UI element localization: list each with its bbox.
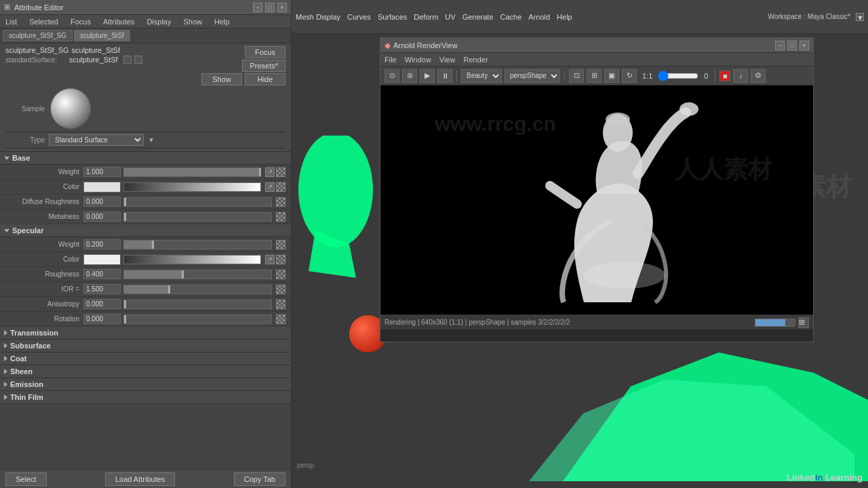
attr-base-weight-value[interactable]: 1.000	[83, 167, 121, 177]
attr-base-color-swatch[interactable]	[83, 182, 121, 192]
rv-close-button[interactable]: ×	[800, 41, 809, 50]
attr-spec-color-swatch[interactable]	[83, 254, 121, 265]
attr-base-color-checker-icon[interactable]	[276, 182, 285, 192]
copy-tab-button[interactable]: Copy Tab	[234, 472, 285, 486]
attr-spec-color-link-icon[interactable]: ↗	[265, 255, 275, 264]
minimize-button[interactable]: −	[253, 3, 262, 12]
section-coat-header[interactable]: Coat	[0, 352, 291, 365]
rv-tool-3[interactable]: ▶	[420, 69, 435, 83]
attr-spec-weight-slider[interactable]	[123, 240, 272, 249]
maya-menu-deform[interactable]: Deform	[414, 13, 438, 21]
attr-roughness-checker-icon[interactable]	[276, 270, 285, 279]
section-specular-header[interactable]: Specular	[0, 224, 291, 237]
section-emission-header[interactable]: Emission	[0, 378, 291, 391]
show-button[interactable]: Show	[201, 73, 242, 85]
maya-menu-help[interactable]: Help	[557, 13, 572, 21]
attr-rotation-slider[interactable]	[123, 314, 272, 324]
section-transmission-header[interactable]: Transmission	[0, 327, 291, 340]
attr-spec-weight-value[interactable]: 0.200	[83, 239, 121, 249]
attr-spec-weight-checker-icon[interactable]	[276, 240, 285, 249]
attr-rotation-checker-icon[interactable]	[276, 314, 285, 324]
rv-tool-6[interactable]: ⊞	[587, 69, 601, 83]
attr-metalness-slider[interactable]	[123, 212, 272, 222]
maya-menu-cache[interactable]: Cache	[500, 13, 522, 21]
rv-menu-file[interactable]: File	[384, 56, 397, 64]
rv-tool-1[interactable]: ⊙	[384, 69, 399, 83]
attr-base-color-link-icon[interactable]: ↗	[265, 182, 275, 192]
tab-sculpture-sg[interactable]: sculpture_StSf_SG	[3, 30, 73, 41]
maximize-button[interactable]: □	[265, 3, 275, 12]
attr-anisotropy-checker-icon[interactable]	[276, 300, 285, 309]
attr-spec-color-slider[interactable]	[123, 255, 261, 264]
attr-ior-slider[interactable]	[123, 285, 272, 294]
menu-display[interactable]: Display	[144, 18, 174, 26]
rv-progress-icon[interactable]: ⊞	[798, 317, 809, 328]
attr-roughness-label: Roughness	[5, 270, 83, 278]
presets-button[interactable]: Presets*	[242, 60, 285, 72]
load-attributes-button[interactable]: Load Attributes	[105, 472, 175, 486]
menu-attributes[interactable]: Attributes	[100, 18, 137, 26]
attr-diffuse-roughness-slider[interactable]	[123, 197, 272, 207]
maya-menu-generate[interactable]: Generate	[462, 13, 494, 21]
rv-tool-5[interactable]: ⊡	[569, 69, 584, 83]
checkbox2[interactable]	[134, 56, 142, 64]
maya-menu-arnold[interactable]: Arnold	[528, 13, 550, 21]
attr-diffuse-roughness-value[interactable]: 0.000	[83, 197, 121, 207]
rv-tool-7[interactable]: ▣	[604, 69, 619, 83]
menu-focus[interactable]: Focus	[68, 18, 94, 26]
menu-selected[interactable]: Selected	[26, 18, 61, 26]
hide-button[interactable]: Hide	[245, 73, 285, 85]
attr-spec-color-row: Color ↗	[0, 252, 291, 267]
attr-base-weight-checker-icon[interactable]	[276, 167, 285, 177]
tab-sculpture-stsf[interactable]: sculpture_StSf	[74, 30, 130, 41]
rv-minimize-button[interactable]: −	[775, 41, 785, 50]
attr-base-weight-link-icon[interactable]: ↗	[265, 167, 275, 177]
rv-menu-render[interactable]: Render	[464, 56, 488, 64]
attr-metalness-checker-icon[interactable]	[276, 212, 285, 222]
rv-maximize-button[interactable]: □	[787, 41, 797, 50]
rv-tool-2[interactable]: ⊚	[402, 69, 417, 83]
maya-menu-uv[interactable]: UV	[445, 13, 455, 21]
maya-menu-surfaces[interactable]: Surfaces	[378, 13, 407, 21]
type-select[interactable]: Standard Surface	[49, 134, 144, 146]
attr-base-color-slider[interactable]	[123, 182, 261, 192]
attr-diffuse-roughness-checker-icon[interactable]	[276, 197, 285, 207]
section-thinfilm-header[interactable]: Thin Film	[0, 391, 291, 404]
attr-anisotropy-slider[interactable]	[123, 300, 272, 309]
type-dropdown-icon[interactable]: ▼	[148, 136, 155, 144]
checkbox1[interactable]	[123, 56, 132, 64]
focus-button[interactable]: Focus	[245, 46, 285, 58]
rv-stop-button[interactable]: ■	[719, 70, 730, 81]
rv-settings-button[interactable]: ⚙	[751, 69, 766, 83]
menu-help[interactable]: Help	[212, 18, 233, 26]
rv-exposure-slider[interactable]	[658, 72, 698, 80]
section-subsurface-header[interactable]: Subsurface	[0, 340, 291, 352]
rv-menu-view[interactable]: View	[439, 56, 456, 64]
attribute-scroll-area[interactable]: Base Weight 1.000 ↗ Color ↗	[0, 152, 291, 469]
attr-ior-checker-icon[interactable]	[276, 285, 285, 294]
attr-base-weight-slider[interactable]	[123, 167, 261, 177]
rv-tool-8[interactable]: ↻	[622, 69, 637, 83]
section-base-header[interactable]: Base	[0, 152, 291, 165]
linkedin-learning: Learning	[825, 472, 863, 483]
attr-metalness-value[interactable]: 0.000	[83, 211, 121, 222]
rv-audio-button[interactable]: ♪	[733, 69, 748, 83]
menu-list[interactable]: List	[3, 18, 20, 26]
attr-ior-value[interactable]: 1.500	[83, 284, 121, 294]
maya-menu-curves[interactable]: Curves	[347, 13, 371, 21]
close-button[interactable]: ×	[277, 3, 287, 12]
rv-tool-4[interactable]: ⏸	[437, 69, 452, 83]
rv-beauty-select[interactable]: Beauty	[461, 69, 502, 83]
attr-spec-color-checker-icon[interactable]	[276, 255, 285, 264]
rv-menu-window[interactable]: Window	[405, 56, 431, 64]
attr-anisotropy-value[interactable]: 0.000	[83, 299, 121, 309]
section-sheen-header[interactable]: Sheen	[0, 365, 291, 378]
attr-rotation-value[interactable]: 0.000	[83, 314, 121, 324]
rv-camera-select[interactable]: perspShape	[505, 69, 560, 83]
workspace-dropdown[interactable]: ▼	[856, 13, 864, 21]
select-button[interactable]: Select	[5, 472, 47, 486]
menu-show[interactable]: Show	[180, 18, 205, 26]
attr-roughness-slider[interactable]	[123, 270, 272, 279]
attr-roughness-value[interactable]: 0.400	[83, 269, 121, 279]
maya-menu-mesh[interactable]: Mesh Display	[296, 13, 340, 21]
